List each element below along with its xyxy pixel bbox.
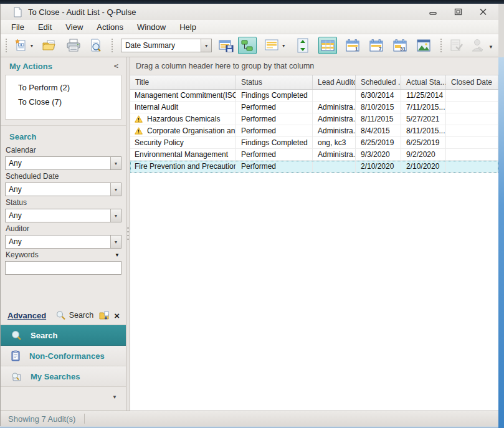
status-combo[interactable]: Any ▼ bbox=[5, 209, 121, 222]
group-by-bar[interactable]: Drag a column header here to group by th… bbox=[130, 57, 498, 75]
cell-scheduled: 8/10/2015 bbox=[356, 102, 401, 113]
clipboard-icon bbox=[11, 350, 21, 361]
open-button[interactable] bbox=[40, 37, 59, 54]
new-audit-dropdown-arrow[interactable]: ▼ bbox=[30, 44, 34, 48]
toolbar-grip[interactable] bbox=[6, 39, 9, 52]
scheduled-date-combo[interactable]: Any ▼ bbox=[5, 183, 121, 196]
my-actions-title: My Actions bbox=[9, 62, 114, 71]
status-combo-dropdown[interactable]: ▼ bbox=[110, 209, 121, 222]
app-window: To Close - Audit List - Q-Pulse File Edi… bbox=[0, 0, 504, 428]
toolbar-grip-2[interactable] bbox=[112, 39, 115, 52]
window-title: To Close - Audit List - Q-Pulse bbox=[28, 7, 136, 17]
expand-rows-icon bbox=[295, 37, 310, 54]
auditor-combo-dropdown[interactable]: ▼ bbox=[110, 235, 121, 248]
print-button[interactable] bbox=[64, 37, 83, 54]
cell-title: Hazardous Chemicals bbox=[130, 113, 236, 125]
tree-view-button[interactable] bbox=[238, 37, 257, 54]
collapse-panel-button[interactable]: < bbox=[114, 62, 118, 70]
view-selector-combo[interactable]: Date Summary ▼ bbox=[121, 39, 212, 52]
nav-item-non-conformances[interactable]: Non-Conformances bbox=[1, 346, 126, 366]
calendar-month-button[interactable]: 31 bbox=[391, 37, 409, 54]
action-to-perform[interactable]: To Perform (2) bbox=[6, 81, 121, 95]
save-layout-button[interactable] bbox=[217, 37, 235, 54]
column-header-title[interactable]: Title bbox=[130, 75, 236, 89]
toolbar-overflow-arrow: ▼ bbox=[488, 44, 493, 50]
clear-search-button[interactable]: × bbox=[114, 311, 120, 320]
auditor-combo[interactable]: Any ▼ bbox=[5, 235, 121, 249]
print-preview-button[interactable] bbox=[87, 37, 105, 54]
menu-actions[interactable]: Actions bbox=[90, 21, 130, 33]
column-header-closed-date[interactable]: Closed Date bbox=[446, 75, 498, 89]
menu-window[interactable]: Window bbox=[130, 21, 173, 33]
window-controls bbox=[427, 7, 498, 17]
cell-status: Performed bbox=[236, 125, 313, 137]
list-view-dropdown-arrow[interactable]: ▼ bbox=[282, 44, 286, 48]
scheduled-date-combo-value: Any bbox=[6, 185, 110, 194]
list-view-button[interactable]: ▼ bbox=[263, 37, 286, 54]
new-audit-button[interactable]: ▼ bbox=[12, 37, 34, 54]
audit-list-content: Drag a column header here to group by th… bbox=[130, 57, 498, 411]
menu-edit[interactable]: Edit bbox=[31, 21, 59, 33]
menu-view[interactable]: View bbox=[59, 21, 90, 33]
window-right-border bbox=[498, 57, 504, 428]
table-row-selected[interactable]: Fire Prevention and Precautions Performe… bbox=[130, 161, 498, 173]
cell-title: Corporate Organisation an... bbox=[130, 125, 236, 137]
calendar-day-button[interactable]: 1 bbox=[343, 37, 362, 54]
cell-scheduled: 2/10/2020 bbox=[356, 161, 401, 173]
chevron-down-icon: ▼ bbox=[114, 214, 118, 218]
nav-overflow-button[interactable]: ▼ bbox=[1, 387, 126, 411]
calendar-overview-icon bbox=[416, 38, 432, 53]
cell-title: Environmental Management bbox=[130, 149, 236, 161]
calendar-week-button[interactable]: 7 bbox=[367, 37, 386, 54]
column-header-status[interactable]: Status bbox=[236, 75, 313, 89]
chevron-down-icon: ▼ bbox=[114, 188, 118, 192]
advanced-link[interactable]: Advanced bbox=[7, 311, 46, 320]
nav-item-my-searches[interactable]: My Searches bbox=[1, 366, 126, 387]
cell-lead-auditor: Administra... bbox=[313, 149, 356, 161]
view-selector-dropdown-button[interactable]: ▼ bbox=[201, 39, 211, 52]
cell-closed-date bbox=[446, 149, 498, 161]
window-top-border bbox=[0, 0, 504, 4]
column-header-lead-auditor[interactable]: Lead Auditor bbox=[313, 75, 356, 89]
inline-search-button[interactable]: Search bbox=[69, 311, 94, 320]
view-selector-value: Date Summary bbox=[121, 41, 201, 50]
column-header-scheduled[interactable]: Scheduled ... bbox=[356, 75, 401, 89]
svg-text:31: 31 bbox=[400, 46, 406, 52]
nav-item-search[interactable]: Search bbox=[1, 325, 126, 346]
audit-report-icon bbox=[449, 38, 465, 53]
cell-scheduled: 9/3/2020 bbox=[356, 149, 401, 161]
minimize-button[interactable] bbox=[427, 7, 439, 17]
table-row[interactable]: Hazardous Chemicals Performed Administra… bbox=[130, 113, 498, 125]
cell-closed-date bbox=[446, 125, 498, 137]
keywords-label: Keywords bbox=[6, 250, 39, 259]
auditor-person-icon bbox=[470, 38, 486, 53]
cell-actual-start: 7/11/2015... bbox=[401, 102, 446, 113]
table-row[interactable]: Management Commitment(ISO Findings Compl… bbox=[130, 90, 498, 102]
table-row[interactable]: Corporate Organisation an... Performed A… bbox=[130, 125, 498, 137]
table-row[interactable]: Environmental Management Performed Admin… bbox=[130, 149, 498, 161]
toolbar-grip-3[interactable] bbox=[440, 39, 444, 52]
scheduled-date-combo-dropdown[interactable]: ▼ bbox=[110, 183, 121, 196]
table-row[interactable]: Security Policy Findings Completed ong, … bbox=[130, 137, 498, 149]
menu-file[interactable]: File bbox=[4, 21, 31, 33]
menu-help[interactable]: Help bbox=[173, 21, 203, 33]
close-button[interactable] bbox=[477, 7, 488, 17]
expand-rows-button[interactable] bbox=[293, 37, 312, 54]
keywords-input[interactable] bbox=[5, 261, 121, 275]
save-search-icon[interactable] bbox=[98, 310, 110, 320]
column-header-actual-start[interactable]: Actual Sta... bbox=[401, 75, 446, 89]
table-row[interactable]: Internal Audit Performed Administra... 8… bbox=[130, 102, 498, 113]
nav-item-my-searches-label: My Searches bbox=[31, 372, 80, 381]
action-to-close[interactable]: To Close (7) bbox=[6, 95, 121, 110]
calendar-overview-button[interactable] bbox=[414, 37, 433, 54]
maximize-button[interactable] bbox=[452, 7, 464, 17]
status-text: Showing 7 Audit(s) bbox=[1, 414, 75, 424]
grid-view-button[interactable] bbox=[318, 37, 337, 54]
search-icon bbox=[11, 330, 22, 341]
calendar-combo-dropdown[interactable]: ▼ bbox=[110, 157, 121, 169]
nav-item-non-conformances-label: Non-Conformances bbox=[29, 351, 105, 361]
toolbar-overflow-button[interactable]: ▼ bbox=[488, 40, 498, 51]
cell-actual-start: 6/25/2019 bbox=[401, 137, 446, 149]
calendar-combo[interactable]: Any ▼ bbox=[5, 156, 121, 170]
keywords-dropdown-arrow[interactable]: ▼ bbox=[115, 252, 120, 258]
